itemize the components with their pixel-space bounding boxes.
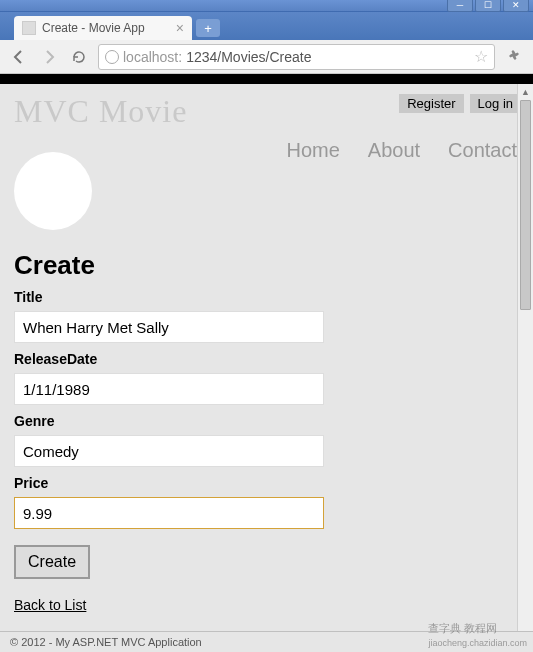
scroll-thumb[interactable] (520, 100, 531, 310)
title-label: Title (14, 289, 521, 305)
copyright-text: © 2012 - My ASP.NET MVC Application (10, 636, 202, 648)
url-path: 1234/Movies/Create (186, 49, 311, 65)
back-to-list-link[interactable]: Back to List (14, 597, 86, 613)
page-footer: © 2012 - My ASP.NET MVC Application 查字典 … (0, 631, 533, 652)
new-tab-button[interactable]: + (196, 19, 220, 37)
browser-toolbar: localhost:1234/Movies/Create ☆ (0, 40, 533, 74)
close-window-button[interactable]: ✕ (503, 0, 529, 12)
register-link[interactable]: Register (399, 94, 463, 113)
tab-strip: Create - Movie App × + (0, 12, 533, 40)
vertical-scrollbar[interactable]: ▲ ▼ (517, 84, 533, 652)
top-black-bar (0, 74, 533, 84)
releasedate-label: ReleaseDate (14, 351, 521, 367)
forward-button[interactable] (38, 46, 60, 68)
scroll-up-arrow-icon[interactable]: ▲ (518, 84, 533, 100)
site-brand[interactable]: MVC Movie (14, 94, 399, 129)
watermark: 查字典 教程网 jiaocheng.chazidian.com (428, 621, 527, 648)
create-button[interactable]: Create (14, 545, 90, 579)
main-nav: Home About Contact (14, 139, 521, 162)
bookmark-star-icon[interactable]: ☆ (474, 47, 488, 66)
reload-button[interactable] (68, 46, 90, 68)
browser-tab[interactable]: Create - Movie App × (14, 16, 192, 40)
arrow-right-icon (41, 49, 57, 65)
price-input[interactable] (14, 497, 324, 529)
maximize-button[interactable]: ☐ (475, 0, 501, 12)
nav-home[interactable]: Home (286, 139, 339, 162)
title-input[interactable] (14, 311, 324, 343)
hero-circle (14, 152, 92, 230)
address-bar[interactable]: localhost:1234/Movies/Create ☆ (98, 44, 495, 70)
page-favicon (22, 21, 36, 35)
back-button[interactable] (8, 46, 30, 68)
minimize-button[interactable]: ─ (447, 0, 473, 12)
settings-wrench-icon[interactable] (503, 46, 525, 68)
price-label: Price (14, 475, 521, 491)
arrow-left-icon (11, 49, 27, 65)
login-link[interactable]: Log in (470, 94, 521, 113)
genre-input[interactable] (14, 435, 324, 467)
url-host: localhost: (123, 49, 182, 65)
releasedate-input[interactable] (14, 373, 324, 405)
close-tab-icon[interactable]: × (176, 21, 184, 35)
genre-label: Genre (14, 413, 521, 429)
reload-icon (71, 49, 87, 65)
nav-contact[interactable]: Contact (448, 139, 517, 162)
tab-title: Create - Movie App (42, 21, 145, 35)
globe-icon (105, 50, 119, 64)
nav-about[interactable]: About (368, 139, 420, 162)
window-titlebar: ─ ☐ ✕ (0, 0, 533, 12)
page-heading: Create (14, 250, 521, 281)
